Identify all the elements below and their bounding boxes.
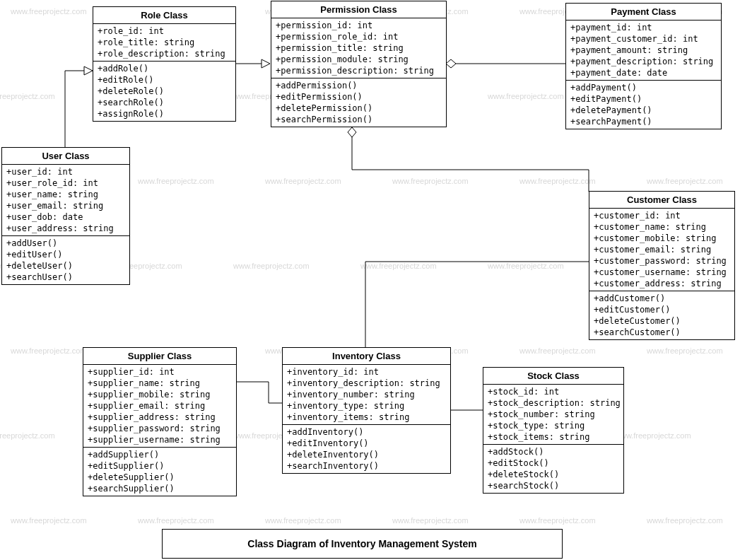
class-member: +addCustomer() [592,293,732,304]
class-member: +customer_address: string [592,278,732,289]
attrs: +stock_id: int+stock_description: string… [483,385,623,445]
class-member: +inventory_description: string [286,378,447,389]
class-member: +customer_email: string [592,244,732,255]
class-member: +searchSupplier() [86,483,233,494]
class-member: +inventory_items: string [286,412,447,423]
class-member: +user_id: int [5,166,127,177]
ops: +addUser()+editUser()+deleteUser()+searc… [2,236,129,284]
class-member: +assignRole() [96,108,233,119]
class-member: +stock_id: int [486,386,621,397]
class-member: +role_description: string [96,48,233,59]
svg-marker-8 [348,127,356,137]
class-role: Role Class +role_id: int+role_title: str… [93,6,236,122]
attrs: +permission_id: int+permission_role_id: … [271,18,446,78]
class-member: +stock_type: string [486,420,621,431]
class-member: +addPayment() [569,82,718,93]
class-member: +addStock() [486,446,621,457]
class-title: Payment Class [566,4,721,21]
class-member: +supplier_id: int [86,366,233,378]
class-stock: Stock Class +stock_id: int+stock_descrip… [483,367,624,494]
class-title: Stock Class [483,368,623,385]
class-supplier: Supplier Class +supplier_id: int+supplie… [83,347,237,496]
ops: +addCustomer()+editCustomer()+deleteCust… [589,291,734,339]
class-user: User Class +user_id: int+user_role_id: i… [1,147,130,285]
class-member: +addSupplier() [86,449,233,460]
watermark-text: www.freeprojectz.com [647,177,723,185]
class-member: +editPayment() [569,93,718,105]
class-member: +user_role_id: int [5,177,127,189]
class-member: +deletePayment() [569,105,718,116]
class-member: +searchRole() [96,97,233,108]
diagram-caption: Class Diagram of Inventory Management Sy… [162,529,563,559]
watermark-text: www.freeprojectz.com [265,516,341,525]
class-member: +addPermission() [274,80,443,91]
class-member: +deleteStock() [486,469,621,480]
class-member: +permission_title: string [274,42,443,54]
class-member: +deleteInventory() [286,449,447,460]
class-member: +customer_name: string [592,221,732,233]
svg-marker-4 [262,59,270,68]
class-member: +user_email: string [5,200,127,211]
attrs: +inventory_id: int+inventory_description… [283,365,450,425]
watermark-text: www.freeprojectz.com [138,177,214,185]
watermark-text: www.freeprojectz.com [138,516,214,525]
class-inventory: Inventory Class +inventory_id: int+inven… [282,347,451,474]
ops: +addStock()+editStock()+deleteStock()+se… [483,445,623,493]
attrs: +payment_id: int+payment_customer_id: in… [566,21,721,81]
class-member: +permission_id: int [274,20,443,31]
class-member: +searchStock() [486,480,621,491]
class-member: +customer_username: string [592,267,732,278]
class-member: +permission_description: string [274,65,443,76]
class-member: +deletePermission() [274,103,443,114]
class-member: +permission_role_id: int [274,31,443,42]
class-permission: Permission Class +permission_id: int+per… [271,1,447,127]
class-member: +user_address: string [5,223,127,234]
class-member: +permission_module: string [274,54,443,65]
class-member: +addInventory() [286,426,447,438]
class-member: +searchPermission() [274,114,443,125]
class-member: +supplier_username: string [86,434,233,445]
class-member: +inventory_id: int [286,366,447,378]
class-member: +stock_items: string [486,431,621,443]
class-member: +inventory_number: string [286,389,447,400]
class-member: +deleteRole() [96,86,233,97]
watermark-text: www.freeprojectz.com [488,92,564,100]
class-member: +addRole() [96,63,233,74]
class-member: +editStock() [486,457,621,469]
class-member: +editUser() [5,249,127,260]
class-member: +customer_id: int [592,210,732,221]
class-title: Role Class [93,7,235,24]
class-title: User Class [2,148,129,165]
class-title: Inventory Class [283,348,450,365]
class-member: +supplier_mobile: string [86,389,233,400]
class-member: +deleteCustomer() [592,315,732,327]
diagram-canvas: // placeholder so template exists; actua… [0,0,740,560]
class-member: +deleteUser() [5,260,127,272]
class-customer: Customer Class +customer_id: int+custome… [589,191,735,340]
watermark-text: www.freeprojectz.com [392,177,469,185]
class-member: +payment_description: string [569,56,718,67]
ops: +addRole()+editRole()+deleteRole()+searc… [93,62,235,121]
class-member: +supplier_password: string [86,423,233,434]
watermark-text: www.freeprojectz.com [519,516,596,525]
watermark-text: www.freeprojectz.com [11,346,87,355]
class-member: +deleteSupplier() [86,472,233,483]
class-member: +user_dob: date [5,211,127,223]
watermark-text: www.freeprojectz.com [11,516,87,525]
class-title: Customer Class [589,192,734,209]
watermark-text: www.freeprojectz.com [488,262,564,270]
watermark-text: www.freeprojectz.com [519,177,596,185]
class-member: +addUser() [5,238,127,249]
watermark-text: www.freeprojectz.com [0,431,55,440]
watermark-text: www.freeprojectz.com [647,516,723,525]
ops: +addPayment()+editPayment()+deletePaymen… [566,81,721,129]
class-member: +payment_amount: string [569,45,718,56]
class-member: +supplier_name: string [86,378,233,389]
ops: +addInventory()+editInventory()+deleteIn… [283,425,450,473]
attrs: +user_id: int+user_role_id: int+user_nam… [2,165,129,236]
class-member: +editSupplier() [86,460,233,472]
class-member: +user_name: string [5,189,127,200]
class-member: +stock_number: string [486,409,621,420]
class-member: +editPermission() [274,91,443,103]
watermark-text: www.freeprojectz.com [392,516,469,525]
